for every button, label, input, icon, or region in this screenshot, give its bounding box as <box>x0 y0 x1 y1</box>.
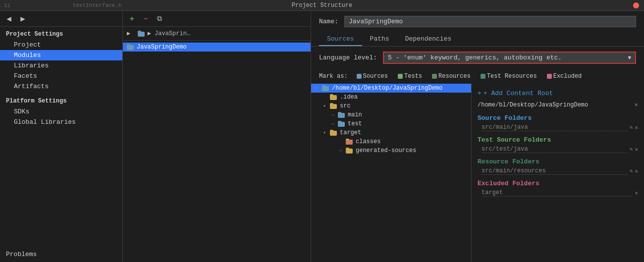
forward-button[interactable]: ▶ <box>18 14 28 24</box>
tree-item-label: main <box>348 111 362 118</box>
language-level-row: Language level: 5 - 'enum' keyword, gene… <box>311 47 644 69</box>
sidebar-item-global-libraries[interactable]: Global Libraries <box>0 117 122 127</box>
sidebar-toolbar: ◀ ▶ <box>0 11 122 27</box>
arrow-icon <box>339 139 346 145</box>
tests-dot-icon <box>398 74 403 79</box>
language-level-label: Language level: <box>319 54 377 61</box>
sidebar-item-facets[interactable]: Facets <box>0 71 122 81</box>
remove-module-button[interactable]: － <box>141 14 151 24</box>
right-panel: Name: Sources Paths Dependencies Languag… <box>311 11 644 262</box>
tree-item-idea[interactable]: .idea <box>311 93 471 102</box>
tab-paths[interactable]: Paths <box>362 32 397 46</box>
edit-source-folder-button[interactable]: ✎ <box>630 124 633 131</box>
tab-dependencies[interactable]: Dependencies <box>397 32 460 46</box>
language-level-value: 5 - 'enum' keyword, generics, autoboxing… <box>388 54 562 61</box>
sidebar-item-problems[interactable]: Problems <box>0 247 122 262</box>
root-folder-icon <box>322 85 330 91</box>
copy-module-button[interactable]: ⧉ <box>155 14 164 24</box>
project-settings-header: Project Settings <box>0 27 122 40</box>
close-button[interactable] <box>633 2 639 8</box>
language-level-select[interactable]: 5 - 'enum' keyword, generics, autoboxing… <box>383 52 636 64</box>
title-bar-text: Project Structure <box>292 2 352 9</box>
resource-folder-path: src/main/resources <box>482 167 628 175</box>
remove-source-folder-button[interactable]: ✕ <box>635 124 638 131</box>
arrow-icon: → <box>331 112 338 118</box>
arrow-icon: ▾ <box>315 85 322 91</box>
tree-item-main[interactable]: → main <box>311 110 471 119</box>
root-path-text: /home/bl/Desktop/JavaSpringDemo <box>478 102 588 108</box>
tree-item-root[interactable]: ▾ /home/bl/Desktop/JavaSpringDemo <box>311 84 471 93</box>
editor-info: 11 testInterface.h <box>4 2 122 8</box>
mark-test-resources-button[interactable]: Test Resources <box>478 72 540 81</box>
mark-excluded-label: Excluded <box>553 73 582 80</box>
source-folders-header: Source Folders <box>472 110 644 123</box>
tab-sources[interactable]: Sources <box>319 32 362 46</box>
sidebar-item-modules[interactable]: Modules <box>0 50 122 60</box>
mark-tests-button[interactable]: Tests <box>395 72 425 81</box>
platform-settings-header: Platform Settings <box>0 92 122 106</box>
sidebar-item-sdks[interactable]: SDKs <box>0 106 122 117</box>
tree-item-test[interactable]: → test <box>311 119 471 128</box>
mark-excluded-button[interactable]: Excluded <box>544 72 585 81</box>
excluded-folder-path: target <box>482 189 633 197</box>
source-folder-icon <box>338 112 346 118</box>
add-module-button[interactable]: ＋ <box>127 14 137 24</box>
tree-item-generated-sources[interactable]: → generated-sources <box>311 146 471 155</box>
content-root-path: /home/bl/Desktop/JavaSpringDemo ✕ <box>472 99 644 110</box>
title-bar: 11 testInterface.h Project Structure <box>0 0 644 11</box>
name-label: Name: <box>319 18 338 25</box>
add-content-root-button[interactable]: + + Add Content Root <box>472 88 644 99</box>
folder-icon <box>330 103 338 109</box>
test-source-folder-path: src/test/java <box>482 146 628 153</box>
resources-dot-icon <box>432 74 437 79</box>
sidebar: ◀ ▶ Project Settings Project Modules Lib… <box>0 11 123 262</box>
tree-item-classes[interactable]: classes <box>311 137 471 146</box>
content-split: ▾ /home/bl/Desktop/JavaSpringDemo .idea … <box>311 84 644 262</box>
sidebar-item-libraries[interactable]: Libraries <box>0 60 122 71</box>
source-folder-path: src/main/java <box>482 124 628 131</box>
test-source-folder-entry-0: src/test/java ✎ ✕ <box>472 145 644 154</box>
source-folder-actions: ✎ ✕ <box>628 124 638 131</box>
mark-sources-label: Sources <box>363 73 388 80</box>
dropdown-arrow-icon: ▼ <box>628 55 631 61</box>
arrow-icon <box>323 95 330 100</box>
tabs-row: Sources Paths Dependencies <box>311 32 644 47</box>
test-resources-dot-icon <box>481 74 485 79</box>
sidebar-item-project[interactable]: Project <box>0 40 122 50</box>
file-tree: ▾ /home/bl/Desktop/JavaSpringDemo .idea … <box>311 84 472 262</box>
folder-icon <box>330 130 338 136</box>
name-input[interactable] <box>344 16 636 27</box>
test-source-folders-header: Test Source Folders <box>472 132 644 145</box>
folder-icon <box>346 139 354 145</box>
edit-resource-folder-button[interactable]: ✎ <box>630 168 633 174</box>
plus-icon: + <box>478 90 482 97</box>
sources-dot-icon <box>357 74 362 79</box>
excluded-folder-actions: ✕ <box>633 190 638 196</box>
edit-test-source-folder-button[interactable]: ✎ <box>630 146 633 153</box>
remove-test-source-folder-button[interactable]: ✕ <box>635 146 638 153</box>
arrow-icon: ▾ <box>323 103 330 109</box>
mark-tests-label: Tests <box>404 73 422 80</box>
remove-resource-folder-button[interactable]: ✕ <box>635 168 638 174</box>
source-folder-icon <box>338 121 346 127</box>
module-folder-icon <box>127 44 135 50</box>
mark-sources-button[interactable]: Sources <box>354 72 391 81</box>
sidebar-item-artifacts[interactable]: Artifacts <box>0 81 122 92</box>
source-folder-entry-0: src/main/java ✎ ✕ <box>472 123 644 132</box>
breadcrumb-folder-icon <box>138 31 146 37</box>
middle-panel: ＋ － ⧉ ▶ ▶ JavaSprin… JavaSpringDemo <box>123 11 311 262</box>
add-content-root-label: + Add Content Root <box>483 90 553 97</box>
module-list: JavaSpringDemo <box>123 41 311 262</box>
mark-resources-button[interactable]: Resources <box>429 72 474 81</box>
info-panel: + + Add Content Root /home/bl/Desktop/Ja… <box>472 84 644 262</box>
back-button[interactable]: ◀ <box>4 14 14 24</box>
tree-item-label: target <box>340 129 361 136</box>
remove-excluded-folder-button[interactable]: ✕ <box>635 190 638 196</box>
tree-item-target[interactable]: ▾ target <box>311 128 471 137</box>
mark-resources-label: Resources <box>438 73 471 80</box>
tree-item-src[interactable]: ▾ src <box>311 102 471 110</box>
remove-root-button[interactable]: ✕ <box>635 101 638 108</box>
arrow-icon: → <box>339 148 346 154</box>
module-item-javaspringdemo[interactable]: JavaSpringDemo <box>123 43 311 52</box>
test-source-folder-actions: ✎ ✕ <box>628 146 638 153</box>
